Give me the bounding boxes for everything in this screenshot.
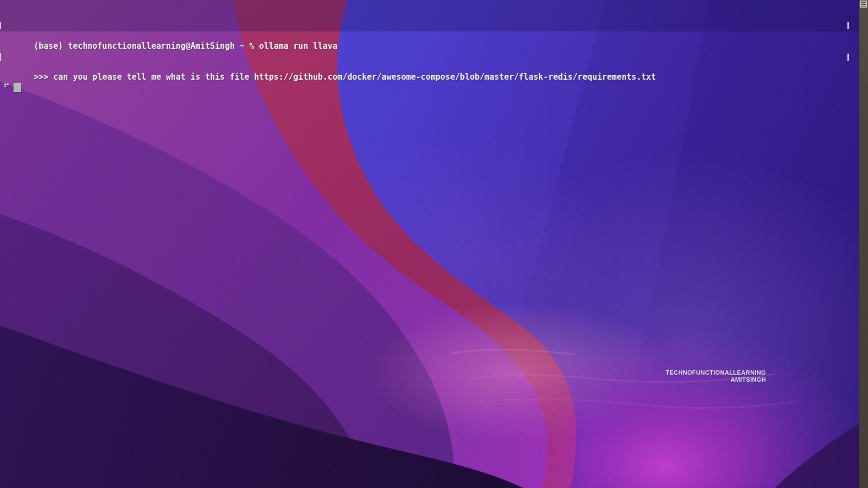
terminal-prompt-text: (base) technofunctionallearning@AmitSing…: [34, 41, 337, 51]
terminal-scrollbar-track[interactable]: [859, 0, 868, 488]
terminal-left-edge-marker: [0, 22, 1, 29]
watermark-author-name: AMITSINGH: [666, 376, 766, 383]
watermark-channel-name: TECHNOFUNCTIONALLEARNING: [666, 369, 766, 376]
terminal-right-edge-marker: [847, 54, 849, 61]
terminal-line: (base) technofunctionallearning@AmitSing…: [0, 21, 859, 31]
terminal-right-edge-marker: [847, 22, 849, 29]
terminal-left-edge-marker: [0, 53, 1, 61]
terminal-line: >>> can you please tell me what is this …: [0, 52, 859, 62]
terminal-window[interactable]: (base) technofunctionallearning@AmitSing…: [0, 0, 859, 113]
terminal-input-line[interactable]: ⠋: [0, 82, 859, 93]
terminal-user-message: >>> can you please tell me what is this …: [34, 72, 656, 82]
desktop-screen: (base) technofunctionallearning@AmitSing…: [0, 0, 868, 488]
scrollbar-lines-icon[interactable]: [860, 1, 867, 8]
channel-watermark: TECHNOFUNCTIONALLEARNING AMITSINGH: [666, 369, 766, 383]
